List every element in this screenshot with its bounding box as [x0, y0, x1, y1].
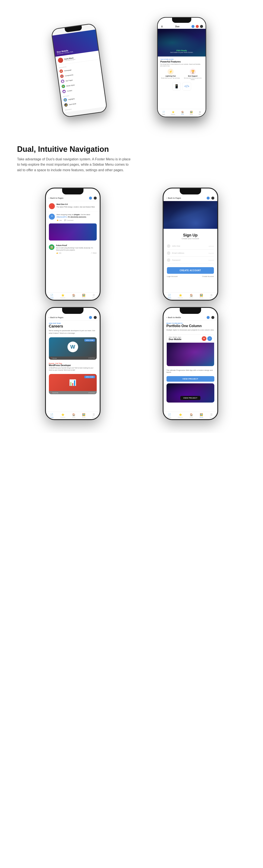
footer-tab-menu[interactable]: ☰ Menu	[199, 111, 202, 115]
login-link[interactable]: Login Account	[167, 276, 178, 277]
settings-icon3[interactable]	[89, 316, 92, 319]
portfolio-card-tags: Web, Mobile, Apps	[169, 337, 181, 338]
tab-features3[interactable]: ⭐ Features	[60, 413, 65, 418]
feature-desc: Ready when you are. Tap and enjoy.	[161, 78, 180, 79]
like-action2[interactable]: 👍 Like	[56, 252, 61, 254]
tab-features[interactable]: ⭐ Features	[60, 294, 65, 299]
pages-tab-icon4: 📄	[168, 413, 171, 416]
phone-card-feed: ‹ Back to Pages ❤️ Meet Duo 3.0	[17, 188, 128, 301]
share-label: Share	[93, 252, 97, 254]
apply-now-button2[interactable]: APPLY NOW	[84, 376, 95, 378]
phone4-back[interactable]: ‹ Back to Media	[167, 316, 181, 318]
post-quote-icon: ❝	[49, 214, 55, 220]
view-project-button[interactable]: VIEW PROJECT	[167, 376, 214, 382]
features-label: Features	[171, 114, 175, 115]
menu-tab-icon3: ☰	[93, 413, 95, 416]
job-card-red: 📊 APPLY NOW 📍 Social Ads ● Full Time	[49, 374, 97, 394]
pages-tab-icon2: 📄	[168, 294, 171, 297]
email-placeholder: Email Address	[172, 252, 207, 254]
phone-frame-feed: ‹ Back to Pages ❤️ Meet Duo 3.0	[45, 188, 100, 301]
tab-pages4[interactable]: 📄 Pages	[168, 413, 171, 418]
share-button[interactable]: ↗	[207, 336, 212, 341]
apply-now-button[interactable]: APPLY NOW	[84, 339, 95, 342]
phone-card-signup: ‹ Back to Pages Sign Up	[135, 188, 246, 301]
phone2-back[interactable]: ‹ Back to Pages	[167, 197, 181, 199]
tab-home4[interactable]: 🏠 Home	[189, 413, 193, 418]
footer-tab-pages[interactable]: 📄 Pages	[162, 111, 165, 115]
phone2-footer-nav: 📄 Pages ⭐ Features 🏠 Home 🖼️ Media	[164, 292, 217, 300]
share-action[interactable]: ↗ Share	[91, 252, 97, 254]
pages-tab-label4: Pages	[168, 416, 171, 418]
home-tab-label2: Home	[189, 297, 193, 299]
feed-post-1: ❤️ Meet Duo 3.0 The latest PWA design, m…	[46, 201, 100, 212]
tab-home3[interactable]: 🏠 Home	[72, 413, 75, 418]
tab-menu3[interactable]: ☰ Menu	[92, 413, 95, 418]
job-card-wp: W APPLY NOW 📍 Remote ● Full Time	[49, 337, 97, 360]
password-field[interactable]: Password required	[167, 257, 214, 264]
password-req: required	[208, 259, 214, 261]
footer-tab-features[interactable]: ⭐ Features	[171, 111, 175, 115]
settings-icon4[interactable]	[207, 316, 210, 319]
tab-features2[interactable]: ⭐ Features	[178, 294, 183, 299]
tab-media4[interactable]: 🖼️ Media	[200, 413, 203, 418]
tab-home2[interactable]: 🏠 Home	[189, 294, 193, 299]
heart-button[interactable]: ❤	[202, 336, 206, 341]
email-field[interactable]: Email Address required	[167, 250, 214, 257]
signup-title: Sign Up	[167, 233, 214, 238]
job-info-wp: Remote · Full Time WordPress Developer I…	[46, 362, 100, 372]
like-action[interactable]: 👍 Like	[57, 219, 62, 221]
features-desc: Duo brings best in class features for yo…	[160, 63, 203, 67]
feed-post-3: 🖼️ Future Proof Duo is built using Boots…	[46, 243, 100, 256]
wp-logo: W	[67, 342, 78, 352]
trophy-icon: 🏆	[191, 70, 195, 73]
pages-tab-icon: 📄	[50, 294, 53, 297]
view-project-button2[interactable]: VIEW PROJECT	[180, 396, 200, 400]
menu-tab-icon: ☰	[93, 294, 95, 297]
create-link[interactable]: Create Account	[202, 276, 214, 277]
tab-menu4[interactable]: ☰ Menu	[210, 413, 213, 418]
tab-menu2[interactable]: ☰ Menu	[210, 294, 213, 299]
tab-pages[interactable]: 📄 Pages	[50, 294, 54, 299]
portfolio-desc: Multiple styles to showcase your project…	[167, 329, 214, 331]
media-tab-label4: Media	[200, 416, 203, 418]
feature-card-lightning: ⚡ Lightning Fast Ready when you are. Tap…	[160, 69, 181, 81]
dark-mode-icon4[interactable]	[211, 316, 214, 319]
features-eyebrow: THE FUTURE IS NOW	[160, 59, 203, 60]
post-heart-icon: ❤️	[49, 203, 55, 209]
dark-mode-icon[interactable]	[94, 196, 97, 199]
dark-mode-icon3[interactable]	[94, 316, 97, 319]
tab-pages2[interactable]: 📄 Pages	[168, 294, 171, 299]
phone-card-portfolio: ‹ Back to Media Ready to Projects Portfo…	[135, 307, 246, 420]
name-field[interactable]: John Doe optional	[167, 243, 214, 250]
settings-icon2[interactable]	[207, 196, 210, 199]
home-tab-icon2: 🏠	[190, 294, 193, 297]
footer-tab-home[interactable]: 🏠 Home	[181, 111, 184, 115]
tab-media2[interactable]: 🖼️ Media	[200, 294, 203, 299]
pwa-label: PWA Ready	[176, 50, 187, 52]
phone3-back[interactable]: ‹ Back to Pages	[49, 316, 64, 318]
hero-phones: Duo Mobile Bootstrap 5 Mobile PWA Karla …	[35, 13, 228, 128]
description-title: Dual, Intuitive Navigation	[17, 145, 133, 154]
tab-menu[interactable]: ☰ Menu	[92, 294, 95, 299]
tab-features4[interactable]: ⭐ Features	[178, 413, 183, 418]
comment-action[interactable]: 💬 Comment	[64, 219, 73, 221]
tab-media[interactable]: 🖼️ Media	[82, 294, 85, 299]
description-section: Dual, Intuitive Navigation Take advantag…	[0, 136, 149, 183]
media-tab-label: Media	[82, 297, 85, 299]
phone1-back[interactable]: ‹ Back to Pages	[49, 197, 64, 199]
tab-pages3[interactable]: 📄 Pages	[50, 413, 54, 418]
job-desc-wp: Is WordPress your favorite thing to do? …	[49, 367, 97, 371]
dark-mode-icon2[interactable]	[211, 196, 214, 199]
portfolio-card-title: Duo Mobile	[169, 338, 181, 341]
media-tab-label3: Media	[82, 416, 85, 418]
chart-icon: 📊	[69, 379, 77, 386]
tab-media3[interactable]: 🖼️ Media	[82, 413, 85, 418]
create-account-button[interactable]: CREATE ACCOUNT	[167, 267, 214, 274]
settings-icon[interactable]	[89, 196, 92, 199]
post2-text: Went shopping today at @Apple. Got the l…	[57, 214, 97, 218]
signup-form: Sign Up Create your Account John Doe opt…	[164, 229, 217, 292]
tab-home[interactable]: 🏠 Home	[72, 294, 75, 299]
portfolio-card-1: Web, Mobile, Apps Duo Mobile ❤ ↗	[167, 334, 214, 366]
post1-text: The latest PWA design, modern, fast and …	[57, 206, 97, 208]
footer-tab-media[interactable]: 🖼️ Media	[190, 111, 193, 115]
